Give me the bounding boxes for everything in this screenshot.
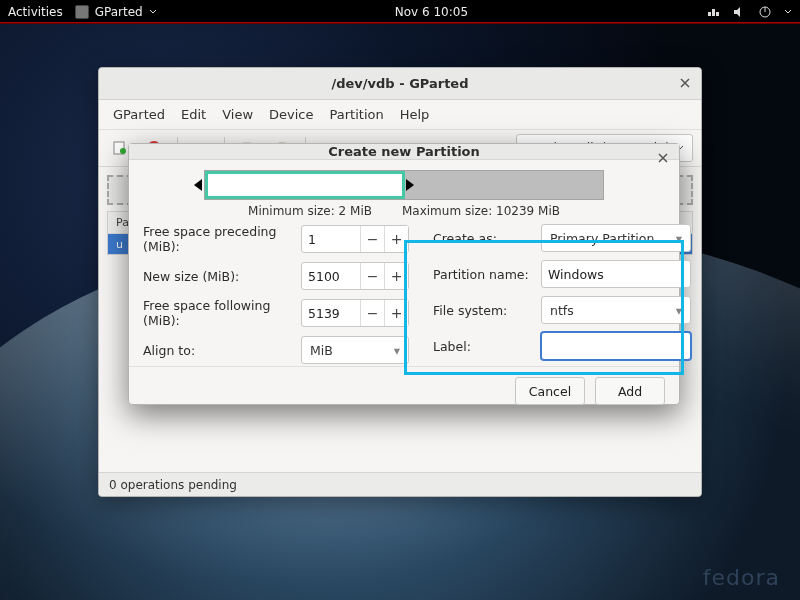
new-size-label: New size (MiB): xyxy=(143,269,293,284)
partition-name-label: Partition name: xyxy=(433,267,533,282)
new-icon xyxy=(112,140,128,156)
add-button[interactable]: Add xyxy=(595,377,665,405)
max-size-text: Maximum size: 10239 MiB xyxy=(402,204,560,218)
cancel-button[interactable]: Cancel xyxy=(515,377,585,405)
dialog-close-button[interactable] xyxy=(657,152,669,167)
dialog-titlebar[interactable]: Create new Partition xyxy=(129,144,679,160)
menu-partition[interactable]: Partition xyxy=(324,104,390,125)
create-partition-dialog: Create new Partition Minimum size: 2 MiB… xyxy=(128,143,680,405)
spin-down[interactable]: − xyxy=(360,300,384,326)
free-preceding-spin[interactable]: − + xyxy=(301,225,409,253)
close-icon xyxy=(679,77,691,89)
filesystem-value: ntfs xyxy=(550,303,574,318)
gnome-topbar: Activities GParted Nov 6 10:05 xyxy=(0,0,800,24)
activities-button[interactable]: Activities xyxy=(8,5,63,19)
align-to-label: Align to: xyxy=(143,343,293,358)
menu-device[interactable]: Device xyxy=(263,104,319,125)
fedora-watermark: fedora xyxy=(703,565,780,590)
menu-help[interactable]: Help xyxy=(394,104,436,125)
clock[interactable]: Nov 6 10:05 xyxy=(395,5,468,19)
menubar: GParted Edit View Device Partition Help xyxy=(99,100,701,129)
chevron-down-icon: ▾ xyxy=(676,303,682,318)
menu-edit[interactable]: Edit xyxy=(175,104,212,125)
create-as-label: Create as: xyxy=(433,231,533,246)
free-following-input[interactable] xyxy=(302,300,360,326)
menu-gparted[interactable]: GParted xyxy=(107,104,171,125)
new-size-spin[interactable]: − + xyxy=(301,262,409,290)
spin-up[interactable]: + xyxy=(384,300,408,326)
volume-icon[interactable] xyxy=(732,5,746,19)
spin-up[interactable]: + xyxy=(384,263,408,289)
app-menu-label: GParted xyxy=(95,5,143,19)
partition-name-input[interactable] xyxy=(541,260,691,288)
filesystem-label: File system: xyxy=(433,303,533,318)
chevron-down-icon xyxy=(149,8,157,16)
window-close-button[interactable] xyxy=(679,77,691,92)
free-preceding-label: Free space preceding (MiB): xyxy=(143,224,293,254)
min-size-text: Minimum size: 2 MiB xyxy=(248,204,372,218)
row-label: u xyxy=(116,238,123,251)
free-following-spin[interactable]: − + xyxy=(301,299,409,327)
chevron-down-icon: ▾ xyxy=(394,343,400,358)
resize-handle-right[interactable] xyxy=(405,171,415,199)
create-as-value: Primary Partition xyxy=(550,231,654,246)
app-menu[interactable]: GParted xyxy=(75,5,157,19)
resize-visual[interactable] xyxy=(129,170,679,200)
create-as-select[interactable]: Primary Partition ▾ xyxy=(541,224,691,252)
resize-handle-left[interactable] xyxy=(193,171,203,199)
triangle-right-icon xyxy=(405,178,415,192)
new-partition-visual[interactable] xyxy=(205,171,405,199)
dialog-title: Create new Partition xyxy=(328,144,480,159)
align-to-select[interactable]: MiB ▾ xyxy=(301,336,409,364)
window-title: /dev/vdb - GParted xyxy=(332,76,469,91)
label-label: Label: xyxy=(433,339,533,354)
spin-up[interactable]: + xyxy=(384,226,408,252)
chevron-down-icon: ▾ xyxy=(676,231,682,246)
free-preceding-input[interactable] xyxy=(302,226,360,252)
spin-down[interactable]: − xyxy=(360,263,384,289)
window-titlebar[interactable]: /dev/vdb - GParted xyxy=(99,68,701,100)
free-following-label: Free space following (MiB): xyxy=(143,298,293,328)
power-icon[interactable] xyxy=(758,5,772,19)
gparted-app-icon xyxy=(75,5,89,19)
close-icon xyxy=(657,152,669,164)
new-size-input[interactable] xyxy=(302,263,360,289)
align-to-value: MiB xyxy=(310,343,333,358)
spin-down[interactable]: − xyxy=(360,226,384,252)
triangle-left-icon xyxy=(193,178,203,192)
status-text: 0 operations pending xyxy=(109,478,237,492)
chevron-down-icon xyxy=(784,8,792,16)
network-icon[interactable] xyxy=(706,5,720,19)
menu-view[interactable]: View xyxy=(216,104,259,125)
label-input[interactable] xyxy=(541,332,691,360)
filesystem-select[interactable]: ntfs ▾ xyxy=(541,296,691,324)
statusbar: 0 operations pending xyxy=(99,472,701,496)
svg-point-3 xyxy=(120,148,126,154)
